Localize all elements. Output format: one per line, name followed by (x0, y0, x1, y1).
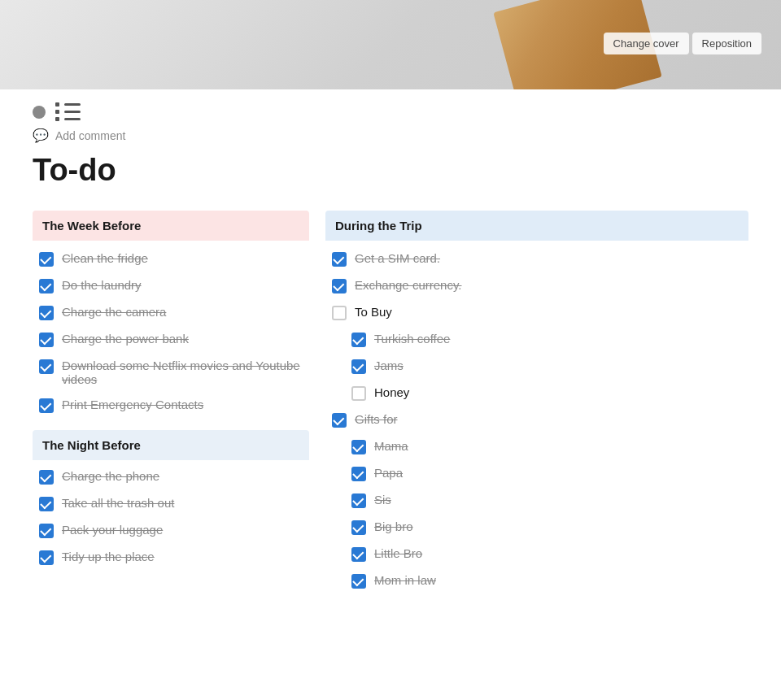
list-view-icon[interactable] (55, 102, 81, 121)
list-item[interactable]: Pack your luggage (33, 517, 309, 544)
checkbox-mama[interactable] (351, 440, 366, 454)
list-item[interactable]: Get a SIM card. (325, 246, 748, 272)
item-label: Gifts for (355, 412, 398, 426)
cover-image: Change cover Reposition (0, 0, 781, 89)
checkbox-phone[interactable] (39, 470, 54, 485)
item-label: Sis (374, 493, 391, 507)
item-label: To Buy (355, 305, 392, 319)
item-label: Exchange currency. (355, 278, 461, 292)
item-label: Jams (374, 359, 404, 372)
list-item[interactable]: Take all the trash out (33, 490, 309, 517)
change-cover-button[interactable]: Change cover (604, 33, 689, 54)
checkbox-jams[interactable] (351, 359, 366, 374)
night-before-list: Charge the phone Take all the trash out … (33, 460, 309, 574)
checkbox-sim[interactable] (332, 252, 347, 267)
list-item[interactable]: Jams (325, 353, 748, 380)
week-before-list: Clean the fridge Do the laundry Charge t… (33, 242, 309, 422)
checkbox-currency[interactable] (332, 279, 347, 293)
checkbox-coffee[interactable] (351, 333, 366, 347)
list-item[interactable]: Big bro (325, 514, 748, 541)
item-label: Tidy up the place (62, 550, 155, 563)
list-item[interactable]: Charge the phone (33, 463, 309, 490)
checkbox-papa[interactable] (351, 467, 366, 481)
checkbox-laundry[interactable] (39, 279, 54, 293)
list-item[interactable]: Charge the camera (33, 299, 309, 326)
checkbox-power-bank[interactable] (39, 333, 54, 347)
item-label: Papa (374, 466, 403, 480)
item-label: Charge the phone (62, 469, 159, 483)
item-label: Turkish coffee (374, 332, 450, 346)
cover-action-buttons: Change cover Reposition (604, 33, 761, 54)
list-item[interactable]: Papa (325, 460, 748, 487)
content-area: 💬 Add comment To-do The Week Before Clea… (0, 89, 781, 700)
item-label: Honey (374, 385, 409, 399)
item-label: Take all the trash out (62, 496, 174, 510)
list-item[interactable]: Do the laundry (33, 272, 309, 299)
list-item[interactable]: Turkish coffee (325, 326, 748, 353)
item-label: Big bro (374, 520, 413, 533)
checkbox-trash[interactable] (39, 497, 54, 511)
during-trip-list: Get a SIM card. Exchange currency. To Bu… (325, 242, 748, 598)
item-label: Pack your luggage (62, 523, 163, 537)
list-item[interactable]: Honey (325, 380, 748, 407)
list-item[interactable]: Clean the fridge (33, 246, 309, 272)
checkbox-gifts[interactable] (332, 413, 347, 428)
checkbox-emergency-contacts[interactable] (39, 398, 54, 413)
list-item[interactable]: Print Emergency Contacts (33, 392, 309, 419)
checkbox-honey[interactable] (351, 386, 366, 401)
comment-icon: 💬 (33, 128, 49, 143)
item-label: Get a SIM card. (355, 251, 440, 265)
list-item[interactable]: Mama (325, 433, 748, 460)
checkbox-little-bro[interactable] (351, 547, 366, 562)
list-item[interactable]: Mom in law (325, 567, 748, 594)
columns-container: The Week Before Clean the fridge Do the … (33, 211, 748, 598)
week-before-header: The Week Before (33, 211, 309, 241)
checkbox-clean-fridge[interactable] (39, 252, 54, 267)
list-item[interactable]: Charge the power bank (33, 326, 309, 353)
item-label: Do the laundry (62, 278, 142, 292)
list-item[interactable]: Tidy up the place (33, 544, 309, 571)
checkbox-camera[interactable] (39, 306, 54, 320)
checkbox-sis[interactable] (351, 493, 366, 508)
list-item[interactable]: To Buy (325, 299, 748, 326)
item-label: Charge the power bank (62, 332, 189, 346)
item-label: Download some Netflix movies and Youtube… (62, 359, 303, 386)
add-comment-button[interactable]: 💬 Add comment (33, 128, 748, 143)
checkbox-big-bro[interactable] (351, 520, 366, 535)
night-before-header: The Night Before (33, 430, 309, 460)
list-item[interactable]: Sis (325, 487, 748, 514)
checkbox-tidy[interactable] (39, 550, 54, 565)
list-item[interactable]: Gifts for (325, 407, 748, 433)
menu-dot-icon[interactable] (33, 106, 46, 119)
page-title: To-do (33, 153, 748, 188)
toolbar (33, 89, 748, 128)
list-item[interactable]: Little Bro (325, 541, 748, 567)
during-trip-header: During the Trip (325, 211, 748, 241)
checkbox-luggage[interactable] (39, 524, 54, 538)
left-column: The Week Before Clean the fridge Do the … (33, 211, 309, 574)
item-label: Charge the camera (62, 305, 166, 319)
add-comment-label: Add comment (55, 129, 125, 142)
checkbox-to-buy[interactable] (332, 306, 347, 320)
right-column: During the Trip Get a SIM card. Exchange… (325, 211, 748, 598)
checkbox-netflix[interactable] (39, 359, 54, 374)
item-label: Little Bro (374, 546, 422, 560)
reposition-button[interactable]: Reposition (692, 33, 761, 54)
list-item[interactable]: Exchange currency. (325, 272, 748, 299)
item-label: Clean the fridge (62, 251, 148, 265)
list-item[interactable]: Download some Netflix movies and Youtube… (33, 353, 309, 392)
item-label: Print Emergency Contacts (62, 398, 203, 411)
item-label: Mom in law (374, 573, 436, 587)
checkbox-mom-in-law[interactable] (351, 574, 366, 589)
item-label: Mama (374, 439, 408, 453)
